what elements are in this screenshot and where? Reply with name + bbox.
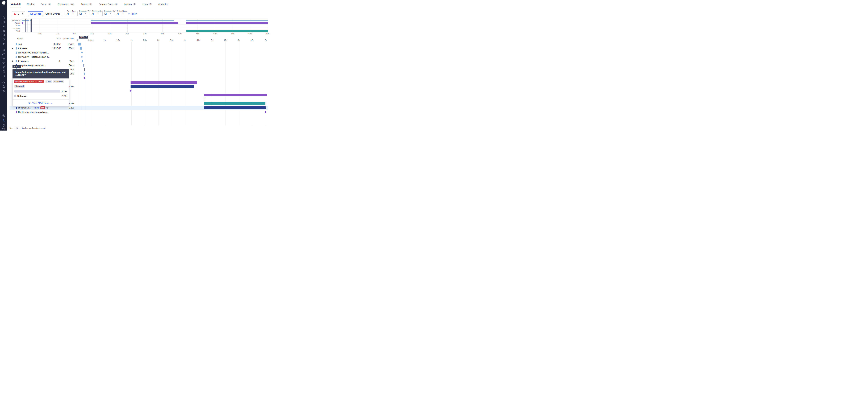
expand-chevron-icon[interactable]	[12, 48, 13, 49]
timeline-axis-label: 1.5s	[73, 32, 76, 35]
tab-replay[interactable]: Replay	[27, 0, 34, 8]
tab-resources[interactable]: Resources44	[58, 0, 74, 8]
event-diamond-marker[interactable]	[81, 52, 83, 54]
segment-all-events[interactable]: All Events	[28, 11, 43, 16]
timeline-row-separator	[22, 27, 268, 27]
tab-traces[interactable]: Traces2	[81, 0, 92, 8]
bell-icon[interactable]	[1, 37, 6, 41]
tab-logs[interactable]: Logs0	[143, 0, 152, 8]
sidebar-bottom-icons	[1, 114, 6, 128]
tab-count-badge: 8	[115, 3, 118, 5]
timeline-row-separator	[22, 22, 268, 22]
history-icon[interactable]	[1, 20, 6, 24]
copy-icon[interactable]	[46, 107, 49, 109]
row-name-text: checkout.js...	[18, 106, 31, 109]
squares-icon[interactable]	[1, 61, 6, 65]
tab-label: Errors	[41, 3, 47, 5]
timeline-overview-chart[interactable]	[22, 19, 268, 32]
help-icon[interactable]	[1, 123, 6, 128]
cube-icon[interactable]	[1, 114, 6, 118]
waterfall-row[interactable]: 21 Assets0b1ms	[9, 59, 268, 63]
waterfall-row[interactable]: css?family=Roboto&display=s...	[9, 55, 268, 59]
column-header-name[interactable]: NAME	[17, 37, 23, 40]
tooltip-body: 500 INTERNAL SERVER ERRORFetchFirst Part…	[12, 78, 69, 106]
waterfall-bar[interactable]	[204, 106, 266, 109]
timeline-gridline	[162, 19, 163, 32]
shield-icon[interactable]	[1, 69, 6, 74]
add-filter-button[interactable]: + Filter	[128, 12, 136, 15]
event-diamond-marker[interactable]	[84, 77, 85, 79]
waterfall-bar[interactable]	[82, 60, 83, 62]
waterfall-row[interactable]: 8 Assets15.97KiB28ms	[9, 46, 268, 50]
cloud-icon[interactable]	[1, 52, 6, 56]
waterfall-row[interactable]: cart3.48KiB107ms	[9, 42, 268, 46]
timeline-axis-label: 2.0s	[90, 32, 94, 35]
expand-chevron-icon[interactable]	[12, 60, 13, 62]
event-diamond-marker[interactable]	[130, 90, 132, 92]
waterfall-row[interactable]: Custom user action purchas...	[9, 110, 268, 114]
event-diamond-marker[interactable]	[81, 56, 83, 58]
event-diamond-marker[interactable]	[265, 111, 267, 113]
timeline-axis-label: 0.5s	[38, 32, 41, 35]
tab-label: Waterfall	[11, 3, 21, 5]
event-type-icon	[16, 56, 17, 58]
trace-link[interactable]: Trace	[33, 106, 39, 109]
timeline-axis-label: 6.5s	[248, 32, 252, 35]
tab-waterfall[interactable]: Waterfall	[11, 0, 21, 8]
tab-actions[interactable]: Actions7	[124, 0, 136, 8]
link-icon[interactable]	[1, 65, 6, 69]
tab-attributes[interactable]: Attributes	[158, 0, 168, 8]
filter-label: Resource Url	[91, 10, 103, 12]
event-type-icon	[16, 47, 17, 50]
arrow-down-key: ↓	[19, 127, 21, 129]
timeline-axis-label: 3.0s	[126, 32, 129, 35]
waterfall-row[interactable]: css?family=Crimson+Text&di...	[9, 51, 268, 55]
session-waterfall-app: Help WaterfallReplayErrors0Resources44Tr…	[0, 0, 274, 131]
lightning-icon[interactable]	[1, 41, 6, 46]
hint-suffix: to view previous/next event	[22, 127, 45, 129]
puzzle-icon[interactable]	[1, 84, 6, 89]
waterfall-bar[interactable]	[78, 43, 81, 45]
waterfall-bar[interactable]	[84, 64, 84, 67]
waterfall-bar[interactable]	[130, 81, 197, 84]
tab-count-badge: 7	[133, 3, 136, 5]
check-circle-icon[interactable]	[1, 33, 6, 37]
waterfall-axis-label: 2.5s	[143, 39, 147, 41]
waterfall-bar[interactable]	[204, 94, 267, 96]
tab-errors[interactable]: Errors0	[41, 0, 52, 8]
waterfall-bar[interactable]	[84, 72, 85, 75]
filter-resource-type[interactable]: Resource TypeAll▾	[78, 11, 87, 16]
row-name-text: css?family=Roboto&display=s...	[18, 56, 50, 58]
view-apm-trace-button[interactable]: View APM Trace →	[14, 100, 67, 104]
row-name: 21 Assets	[18, 59, 28, 63]
list-icon[interactable]	[1, 56, 6, 61]
sparkles-icon[interactable]	[1, 24, 6, 29]
bar-chart-icon[interactable]	[1, 29, 6, 33]
filter-label: Action Name	[116, 10, 128, 12]
waterfall-axis-label: 5s	[211, 39, 213, 41]
tab-feature-flags[interactable]: Feature Flags8	[99, 0, 118, 8]
legend-label: Unknown	[18, 95, 62, 97]
rocket-icon[interactable]	[1, 118, 6, 123]
tooltip-duration-row: 2.29s	[14, 90, 67, 93]
add-filter-label: Filter	[131, 12, 136, 15]
gear-icon[interactable]	[1, 89, 6, 93]
next-error-button[interactable]: ›	[22, 12, 23, 15]
filter-event-type[interactable]: Event TypeAll▾	[65, 11, 75, 16]
segment-critical-events[interactable]: Critical Events	[43, 11, 62, 16]
filter-action-name[interactable]: Action NameAll▾	[115, 11, 125, 16]
waterfall-bar[interactable]	[130, 85, 194, 88]
datadog-logo-icon[interactable]	[1, 1, 6, 6]
bug-icon[interactable]	[1, 80, 6, 84]
arrow-up-key: ↑	[14, 127, 17, 129]
sync-icon[interactable]	[1, 74, 6, 78]
filter-resource-url[interactable]: Resource UrlAll▾	[90, 11, 100, 16]
legend-value: 2.29s	[62, 95, 67, 97]
grid-dots-icon[interactable]	[1, 48, 6, 52]
waterfall-bar[interactable]	[204, 102, 266, 105]
column-header-duration[interactable]: DURATION	[59, 37, 74, 40]
search-icon[interactable]	[1, 15, 6, 20]
ttfb-marker-label[interactable]: TTFB, +7	[79, 36, 88, 38]
filter-resource-status[interactable]: Resource StatusAll▾	[102, 11, 112, 16]
event-type-icon	[16, 60, 17, 62]
